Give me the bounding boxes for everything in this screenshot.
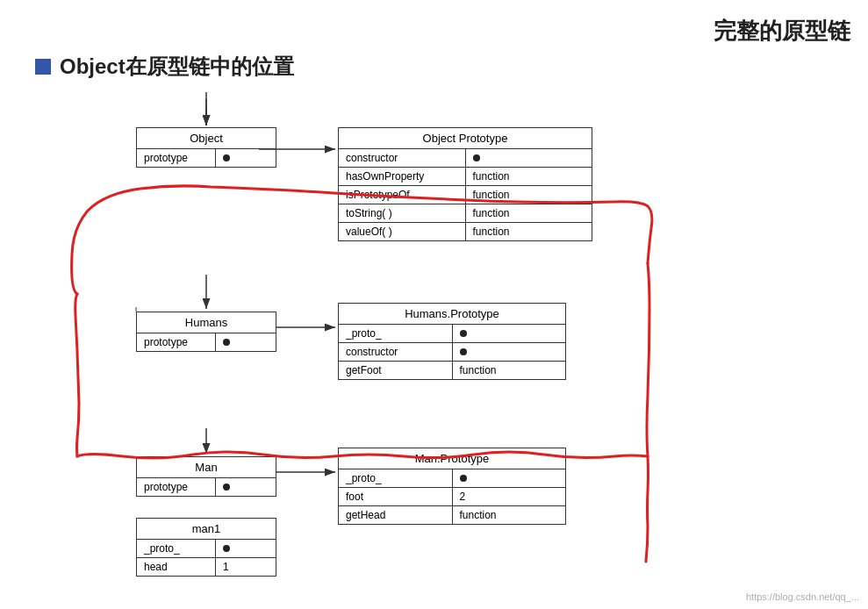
- object-prototype-label: prototype: [137, 149, 216, 167]
- humans-prototype-value: [216, 333, 286, 351]
- dot-icon: [223, 484, 230, 491]
- humans-box: Humans prototype: [136, 312, 276, 352]
- op-valueof-label: valueOf( ): [339, 223, 466, 240]
- op-constructor-value: [466, 149, 592, 167]
- humans-proto-box: Humans.Prototype _proto_ constructor get…: [338, 303, 566, 380]
- mp-proto-value: [453, 469, 566, 487]
- man-proto-row-1: foot 2: [339, 488, 565, 506]
- man1-row-0: _proto_: [137, 540, 276, 558]
- man-box: Man prototype: [136, 456, 276, 497]
- red-line-right: [646, 263, 649, 562]
- man1-box-title: man1: [137, 519, 276, 540]
- object-proto-row-3: toString( ) function: [339, 204, 592, 223]
- object-prototype-value: [216, 149, 286, 167]
- mp-foot-value: 2: [453, 488, 566, 505]
- object-proto-row-4: valueOf( ) function: [339, 223, 592, 240]
- humans-proto-title: Humans.Prototype: [339, 304, 565, 325]
- dot-icon: [223, 545, 230, 552]
- object-proto-row-0: constructor: [339, 149, 592, 168]
- section-title: Object在原型链中的位置: [60, 53, 294, 81]
- man-proto-title: Man.Prototype: [339, 448, 565, 469]
- object-proto-box: Object Prototype constructor hasOwnPrope…: [338, 127, 592, 241]
- man-proto-row-2: getHead function: [339, 506, 565, 524]
- watermark: https://blog.csdn.net/qq_...: [746, 591, 859, 602]
- op-isprototype-value: function: [466, 186, 592, 204]
- humans-box-row-0: prototype: [137, 333, 276, 351]
- humans-box-title: Humans: [137, 312, 276, 333]
- dot-icon: [460, 475, 467, 482]
- hp-getfoot-label: getFoot: [339, 362, 453, 379]
- dot-icon: [223, 154, 230, 161]
- man-box-row-0: prototype: [137, 478, 276, 496]
- humans-proto-row-2: getFoot function: [339, 362, 565, 379]
- humans-proto-row-0: _proto_: [339, 325, 565, 343]
- dot-icon: [473, 154, 480, 161]
- object-box-row-0: prototype: [137, 149, 276, 167]
- man-box-title: Man: [137, 457, 276, 478]
- section-marker: [35, 59, 51, 75]
- op-tostring-value: function: [466, 204, 592, 222]
- object-proto-row-2: isPrototypeOf function: [339, 186, 592, 204]
- hp-constructor-label: constructor: [339, 343, 453, 361]
- man-proto-box: Man.Prototype _proto_ foot 2 getHead fun…: [338, 448, 566, 525]
- man-proto-row-0: _proto_: [339, 469, 565, 488]
- op-valueof-value: function: [466, 223, 592, 240]
- hp-getfoot-value: function: [453, 362, 566, 379]
- man-prototype-label: prototype: [137, 478, 216, 496]
- man1-proto-value: [216, 540, 286, 557]
- humans-proto-row-1: constructor: [339, 343, 565, 362]
- dot-icon: [460, 348, 467, 355]
- object-proto-title: Object Prototype: [339, 128, 592, 149]
- mp-gethead-label: getHead: [339, 506, 453, 524]
- man1-head-value: 1: [216, 558, 286, 576]
- object-box: Object prototype: [136, 127, 276, 168]
- op-hasown-label: hasOwnProperty: [339, 168, 466, 185]
- hp-proto-value: [453, 325, 566, 342]
- man1-proto-label: _proto_: [137, 540, 216, 557]
- section-header: Object在原型链中的位置: [35, 53, 294, 81]
- object-proto-row-1: hasOwnProperty function: [339, 168, 592, 186]
- red-line-left: [75, 294, 79, 456]
- mp-gethead-value: function: [453, 506, 566, 524]
- mp-proto-label: _proto_: [339, 469, 453, 487]
- mp-foot-label: foot: [339, 488, 453, 505]
- op-tostring-label: toString( ): [339, 204, 466, 222]
- man1-row-1: head 1: [137, 558, 276, 576]
- op-hasown-value: function: [466, 168, 592, 185]
- man1-box: man1 _proto_ head 1: [136, 518, 276, 577]
- dot-icon: [223, 339, 230, 346]
- page-title: 完整的原型链: [714, 16, 850, 47]
- man-prototype-value: [216, 478, 286, 496]
- man1-head-label: head: [137, 558, 216, 576]
- humans-prototype-label: prototype: [137, 333, 216, 351]
- op-constructor-label: constructor: [339, 149, 466, 167]
- hp-constructor-value: [453, 343, 566, 361]
- hp-proto-label: _proto_: [339, 325, 453, 342]
- op-isprototype-label: isPrototypeOf: [339, 186, 466, 204]
- object-box-title: Object: [137, 128, 276, 149]
- dot-icon: [460, 330, 467, 337]
